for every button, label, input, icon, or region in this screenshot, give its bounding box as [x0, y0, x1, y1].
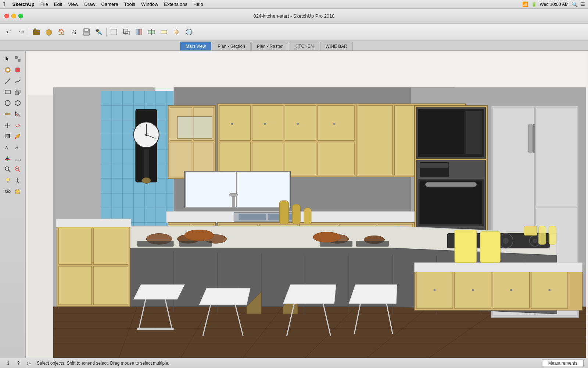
toolbar-btn-model[interactable] — [43, 26, 55, 38]
toolbar-btn-print[interactable]: 🖨 — [68, 26, 80, 38]
svg-rect-209 — [93, 228, 128, 265]
left-tool-view[interactable] — [3, 186, 23, 197]
text-icon: A — [13, 143, 22, 152]
left-tool-line[interactable] — [3, 76, 23, 86]
menu-extensions[interactable]: Extensions — [161, 0, 190, 8]
svg-point-34 — [15, 138, 16, 139]
tape-measure-icon — [3, 110, 12, 118]
cursor-icon — [3, 54, 12, 63]
svg-marker-2 — [46, 29, 52, 36]
left-tool-select[interactable] — [3, 54, 23, 64]
left-tool-rect[interactable] — [3, 87, 23, 97]
svg-point-15 — [186, 29, 192, 35]
menu-sketchup[interactable]: SketchUp — [10, 0, 37, 8]
menu-camera[interactable]: Camera — [98, 0, 121, 8]
tab-kitchen[interactable]: KITCHEN — [289, 42, 319, 50]
svg-rect-5 — [84, 32, 89, 35]
left-toolbar: A A — [0, 51, 26, 358]
toolbar-btn-open[interactable] — [31, 26, 42, 38]
toolbar-btn-section5[interactable] — [183, 26, 195, 38]
location-icon[interactable]: ◎ — [25, 360, 32, 367]
svg-rect-129 — [420, 163, 448, 168]
toolbar-btn-undo[interactable]: ↩ — [3, 26, 15, 38]
svg-rect-208 — [59, 228, 92, 265]
left-tool-zoom[interactable] — [3, 164, 23, 174]
svg-rect-4 — [85, 29, 88, 31]
3d-text-icon: A — [3, 143, 12, 152]
close-button[interactable] — [4, 14, 9, 18]
svg-rect-172 — [280, 201, 289, 224]
left-tool-text[interactable]: A A — [3, 142, 23, 152]
svg-rect-102 — [219, 106, 250, 140]
menu-edit[interactable]: Edit — [51, 0, 65, 8]
svg-rect-79 — [144, 149, 149, 178]
toolbar-btn-rect1[interactable] — [108, 26, 120, 38]
menu-draw[interactable]: Draw — [81, 0, 98, 8]
tab-main-view[interactable]: Main View — [180, 42, 211, 50]
svg-point-112 — [297, 123, 299, 125]
info-icon[interactable]: ℹ — [4, 360, 12, 367]
svg-rect-134 — [466, 111, 482, 154]
zoom-selection-icon — [13, 165, 22, 174]
left-tool-paint[interactable] — [3, 65, 23, 75]
toolbar-btn-home[interactable]: 🏠 — [55, 26, 67, 38]
menu-tools[interactable]: Tools — [121, 0, 138, 8]
line-icon — [3, 77, 12, 85]
svg-rect-100 — [178, 117, 212, 139]
left-tool-scale[interactable] — [3, 131, 23, 141]
svg-rect-17 — [18, 59, 20, 61]
traffic-lights — [4, 14, 23, 18]
svg-rect-118 — [230, 193, 238, 196]
measurements-label: Measurements — [548, 361, 577, 366]
svg-rect-173 — [292, 204, 300, 224]
toolbar-btn-save[interactable] — [80, 26, 92, 38]
dimension-icon — [13, 154, 22, 163]
svg-rect-212 — [56, 219, 131, 227]
svg-rect-1 — [34, 29, 36, 30]
left-tool-circle[interactable] — [3, 98, 23, 108]
svg-rect-33 — [7, 135, 9, 137]
svg-point-169 — [503, 238, 509, 244]
toolbar-btn-section3[interactable] — [158, 26, 170, 38]
toolbar-btn-redo[interactable]: ↪ — [15, 26, 27, 38]
left-tool-axis[interactable] — [3, 153, 23, 163]
svg-point-113 — [333, 123, 335, 125]
tab-plan-section[interactable]: Plan - Section — [212, 42, 251, 50]
svg-marker-14 — [173, 29, 179, 35]
svg-rect-210 — [59, 266, 92, 305]
menu-file[interactable]: File — [37, 0, 51, 8]
toolbar-btn-section1[interactable] — [133, 26, 145, 38]
svg-point-80 — [142, 178, 151, 184]
title-bar: 024-kitchen-start - SketchUp Pro 2018 — [0, 9, 588, 24]
svg-rect-108 — [285, 142, 316, 175]
maximize-button[interactable] — [18, 14, 23, 18]
toolbar-btn-pen[interactable]: ✒️ — [93, 26, 105, 38]
search-icon[interactable]: 🔍 — [571, 1, 578, 7]
help-icon[interactable]: ? — [15, 360, 22, 367]
menu-window[interactable]: Window — [138, 0, 161, 8]
left-tool-measure[interactable] — [3, 109, 23, 119]
left-tool-orbit[interactable] — [3, 175, 23, 185]
status-message: Select objects. Shift to extend select. … — [37, 361, 169, 366]
svg-rect-152 — [239, 214, 266, 220]
eye-icon — [3, 187, 12, 196]
svg-point-110 — [231, 123, 233, 125]
menu-view[interactable]: View — [65, 0, 81, 8]
rotate-icon — [13, 121, 22, 130]
toolbar-btn-rect2[interactable] — [121, 26, 132, 38]
svg-point-185 — [313, 232, 341, 242]
rectangle-icon — [3, 88, 12, 96]
notification-icon[interactable]: ☰ — [581, 1, 585, 7]
menu-help[interactable]: Help — [190, 0, 206, 8]
left-tool-move[interactable] — [3, 120, 23, 130]
tab-plan-raster[interactable]: Plan - Raster — [251, 42, 288, 50]
viewport[interactable] — [26, 51, 588, 358]
svg-rect-139 — [528, 124, 533, 153]
toolbar-btn-section4[interactable] — [171, 26, 182, 38]
apple-menu[interactable]:  — [3, 1, 5, 8]
tab-wine-bar[interactable]: WINE BAR — [320, 42, 353, 50]
toolbar-btn-section2[interactable] — [146, 26, 157, 38]
minimize-button[interactable] — [11, 14, 16, 18]
svg-point-184 — [184, 230, 214, 241]
svg-line-23 — [5, 78, 10, 84]
